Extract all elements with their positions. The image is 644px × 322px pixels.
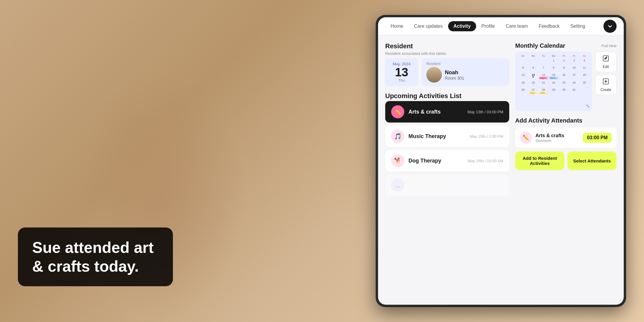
nav-dropdown-button[interactable] xyxy=(603,20,617,33)
activities-section: Upcoming Activities List ✏️ Arts & craft… xyxy=(385,92,509,196)
calendar-section: Monthly Calendar Full view Su Mo Tu We xyxy=(515,42,617,111)
resident-name: Noah xyxy=(445,69,464,76)
date-day: 13 xyxy=(390,66,413,78)
resident-room: Room 301 xyxy=(445,76,464,80)
cal-cell[interactable]: 14Dog T... xyxy=(539,73,548,80)
caption-box: Sue attended art & crafts today. xyxy=(18,227,173,286)
cal-cell[interactable]: 21 xyxy=(539,80,548,87)
cal-cell[interactable]: 29 xyxy=(549,88,558,95)
cal-label-wed: We xyxy=(549,55,558,57)
resident-title: Resident xyxy=(385,42,509,50)
cal-label-thu: Th xyxy=(559,55,569,57)
cal-cell[interactable]: 15Music... xyxy=(549,73,558,80)
edit-button[interactable]: Edit xyxy=(595,52,617,72)
more-icon: ... xyxy=(391,179,404,192)
activity-item-dog-therapy[interactable]: 🐕 Dog Therapy May 16th / 10:00 AM xyxy=(385,150,509,171)
cal-cell[interactable] xyxy=(580,88,589,95)
cal-cell[interactable]: 22 xyxy=(549,80,558,87)
cal-cell[interactable]: 5 xyxy=(518,66,528,72)
full-view-link[interactable]: Full view xyxy=(601,44,617,48)
activity-date-dog-therapy: May 16th / 10:00 AM xyxy=(468,159,503,163)
activity-name-music-therapy: Music Therapy xyxy=(408,133,465,140)
cal-label-tue: Tu xyxy=(539,55,548,57)
cal-cell[interactable]: 6 xyxy=(528,66,538,72)
activity-item-music-therapy[interactable]: 🎵 Music Therapy May 15th / 2:00 PM xyxy=(385,126,509,147)
activity-icon-dog-therapy: 🐕 xyxy=(391,154,404,167)
cal-cell[interactable]: 3 xyxy=(569,58,579,65)
attendant-activity-name: Arts & crafts xyxy=(535,133,579,138)
nav-item-setting[interactable]: Setting xyxy=(565,21,591,31)
nav-item-care-updates[interactable]: Care updates xyxy=(409,21,448,31)
cal-cell[interactable]: 9 xyxy=(559,66,569,72)
cal-cell-today[interactable]: 13 xyxy=(528,73,538,80)
cal-cell[interactable]: 16 xyxy=(559,73,569,80)
create-button[interactable]: Create xyxy=(595,75,617,95)
cal-cell[interactable]: 31 xyxy=(569,88,579,95)
cal-cell[interactable]: 27Activ... xyxy=(528,88,538,95)
attendant-activity-location: Sunroom xyxy=(535,138,579,143)
cal-cell[interactable]: 10 xyxy=(569,66,579,72)
cal-cell[interactable]: 25 xyxy=(580,80,589,87)
calendar-container: Su Mo Tu We Th Fr Sa xyxy=(515,52,592,111)
cal-cell[interactable]: 12 xyxy=(518,73,528,80)
cal-cell[interactable]: 24 xyxy=(569,80,579,87)
calendar-days-header: Su Mo Tu We Th Fr Sa xyxy=(518,55,589,57)
main-content: Resident Resident associated with this t… xyxy=(378,35,624,305)
cal-cell[interactable] xyxy=(518,58,528,65)
cal-cell[interactable]: 17 xyxy=(569,73,579,80)
calendar-grid: 1 2 3 4 5 6 7 8 9 1 xyxy=(518,58,589,95)
nav-item-care-team[interactable]: Care team xyxy=(500,21,533,31)
tablet-screen: Home Care updates Activity Profile Care … xyxy=(378,17,624,305)
cal-cell[interactable]: 1 xyxy=(549,58,558,65)
resident-info-card[interactable]: Resident Noah Room 301 xyxy=(422,58,509,86)
cal-cell[interactable]: 30 xyxy=(559,88,569,95)
activity-item-more: ... xyxy=(385,174,509,196)
attendants-title: Add Activity Attendants xyxy=(515,117,617,124)
right-panel: Monthly Calendar Full view Su Mo Tu We xyxy=(515,42,617,298)
cal-cell[interactable]: 19 xyxy=(518,80,528,87)
activities-title: Upcoming Activities List xyxy=(385,92,509,100)
calendar-title: Monthly Calendar xyxy=(515,42,565,49)
activity-item-arts-crafts[interactable]: ✏️ Arts & crafts May 13th / 03:00 PM xyxy=(385,101,509,123)
cal-cell[interactable] xyxy=(539,58,548,65)
select-attendants-button[interactable]: Select Attendants xyxy=(567,151,617,170)
expand-icon[interactable]: ⤡ xyxy=(586,103,590,109)
add-to-resident-activities-button[interactable]: Add to Resident Activities xyxy=(515,151,564,170)
attendant-activity-card: ✏️ Arts & crafts Sunroom 03:00 PM xyxy=(515,128,617,148)
cal-cell[interactable]: 20 xyxy=(528,80,538,87)
attendant-activity-icon: ✏️ xyxy=(520,132,532,144)
caption-text: Sue attended art & crafts today. xyxy=(32,239,154,275)
edit-icon xyxy=(602,55,609,64)
cal-cell[interactable] xyxy=(528,58,538,65)
nav-item-home[interactable]: Home xyxy=(385,21,409,31)
activity-date-music-therapy: May 15th / 2:00 PM xyxy=(470,134,503,139)
create-icon xyxy=(602,78,609,86)
activity-name-arts-crafts: Arts & crafts xyxy=(408,109,463,115)
nav-item-activity[interactable]: Activity xyxy=(448,21,476,31)
cal-cell[interactable]: 26 xyxy=(518,88,528,95)
cal-cell[interactable]: 28Activ... xyxy=(539,88,548,95)
cal-cell[interactable]: 23 xyxy=(559,80,569,87)
cal-cell[interactable]: 8 xyxy=(549,66,558,72)
nav-item-profile[interactable]: Profile xyxy=(476,21,500,31)
activities-list: ✏️ Arts & crafts May 13th / 03:00 PM 🎵 M… xyxy=(385,101,509,196)
activity-icon-arts-crafts: ✏️ xyxy=(391,105,404,118)
left-panel: Resident Resident associated with this t… xyxy=(385,42,509,298)
create-label: Create xyxy=(600,88,611,92)
cal-cell[interactable]: 2 xyxy=(559,58,569,65)
cal-cell[interactable]: 18 xyxy=(580,73,589,80)
action-buttons: Edit Create xyxy=(595,52,617,95)
cal-label-sat: Sa xyxy=(580,55,589,57)
tablet-frame: Home Care updates Activity Profile Care … xyxy=(376,15,626,307)
edit-label: Edit xyxy=(603,65,609,69)
nav-bar: Home Care updates Activity Profile Care … xyxy=(378,17,624,35)
activity-icon-music-therapy: 🎵 xyxy=(391,130,404,143)
resident-section: Resident Resident associated with this t… xyxy=(385,42,509,86)
resident-card: May, 2024 13 Thu Resident xyxy=(385,58,509,86)
cal-cell[interactable]: 4 xyxy=(580,58,589,65)
cal-cell[interactable]: 7 xyxy=(539,66,548,72)
activity-name-dog-therapy: Dog Therapy xyxy=(408,158,464,164)
nav-item-feedback[interactable]: Feedback xyxy=(533,21,565,31)
cal-cell[interactable]: 11 xyxy=(580,66,589,72)
resident-label: Resident xyxy=(426,62,464,66)
